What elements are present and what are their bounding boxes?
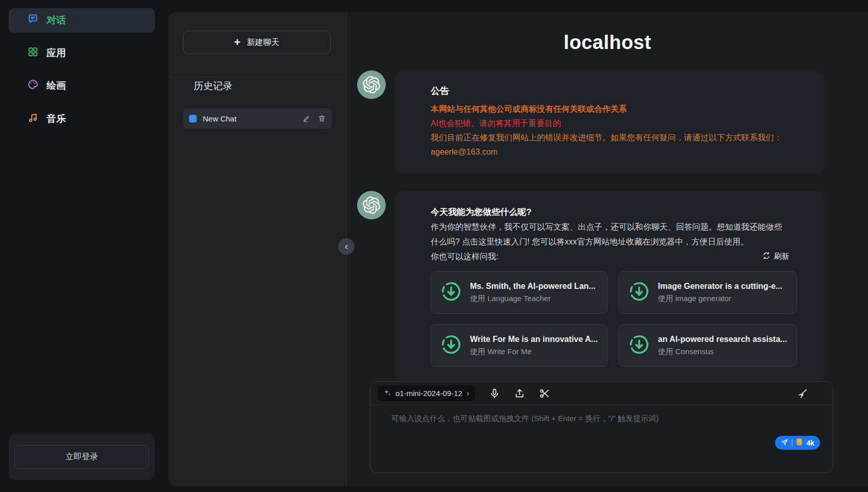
contact-email-link[interactable]: ageerle@163.com xyxy=(431,145,789,159)
announcement-bubble: 公告 本网站与任何其他公司或商标没有任何关联或合作关系 AI也会犯错。请勿将其用… xyxy=(395,70,825,174)
clip-screenshot-button[interactable] xyxy=(539,388,550,399)
arrow-down-circle-icon xyxy=(440,334,462,357)
send-plane-icon xyxy=(781,438,788,448)
chat-list-divider xyxy=(169,77,346,77)
history-title: 历史记录 xyxy=(194,80,232,93)
sidebar-item-label: 绘画 xyxy=(46,79,66,92)
assistant-avatar xyxy=(357,191,386,219)
message-announcement: 公告 本网站与任何其他公司或商标没有任何关联或合作关系 AI也会犯错。请勿将其用… xyxy=(357,70,825,174)
openai-logo-icon xyxy=(363,196,380,214)
edit-chat-icon[interactable] xyxy=(302,114,311,122)
suggestion-card[interactable]: Image Generator is a cutting-e... 使用 ima… xyxy=(619,271,797,314)
page-title: localhost xyxy=(347,32,868,54)
app-root: 对话 应用 绘画 xyxy=(0,0,868,492)
suggestion-subtitle: 使用 Consensus xyxy=(658,347,787,357)
suggestion-title: Ms. Smith, the AI-powered Lan... xyxy=(470,282,596,291)
new-chat-button-label: 新建聊天 xyxy=(247,37,279,48)
suggestion-title: Write For Me is an innovative A... xyxy=(470,335,598,344)
suggestion-subtitle: 使用 Language Teacher xyxy=(470,294,596,304)
refresh-label: 刷新 xyxy=(774,252,789,261)
plus-icon: + xyxy=(234,37,241,48)
send-pill-divider xyxy=(792,439,792,446)
collapse-sidebar-button[interactable]: ‹ xyxy=(338,238,355,255)
arrow-down-circle-icon xyxy=(440,281,462,304)
sidebar: 对话 应用 绘画 xyxy=(0,0,169,492)
ask-hint-row: 你也可以这样问我: 刷新 xyxy=(431,249,789,264)
coins-icon xyxy=(796,438,803,448)
sidebar-item-label: 对话 xyxy=(46,14,66,27)
model-selector[interactable]: o1-mini-2024-09-12 › xyxy=(378,385,475,401)
grid-icon xyxy=(27,46,39,60)
credits-label: 4k xyxy=(806,439,814,447)
main-chat-area: localhost 公告 本网站与任何其他公司或商标没有任何关联或合作关系 AI… xyxy=(347,12,868,486)
login-button[interactable]: 立即登录 xyxy=(14,445,149,469)
sidebar-item-chat[interactable]: 对话 xyxy=(9,8,155,33)
sidebar-item-label: 音乐 xyxy=(46,112,66,126)
chat-color-swatch-icon xyxy=(189,115,197,122)
scissors-icon xyxy=(539,388,550,399)
new-chat-button[interactable]: + 新建聊天 xyxy=(183,31,331,54)
arrow-down-circle-icon xyxy=(628,281,650,304)
model-label: o1-mini-2024-09-12 xyxy=(395,389,462,398)
announcement-line: 我们目前正在修复我们网站上的错误并改进细节。如果您有任何疑问，请通过以下方式联系… xyxy=(431,131,789,145)
suggestion-card[interactable]: an AI-powered research assista... 使用 Con… xyxy=(619,324,797,367)
message-input[interactable] xyxy=(370,405,833,473)
music-note-icon xyxy=(27,112,39,126)
chevron-left-icon: ‹ xyxy=(345,241,348,251)
suggestion-cards: Ms. Smith, the AI-powered Lan... 使用 Lang… xyxy=(431,271,789,367)
message-welcome: 今天我能为您做些什么呢? 作为你的智慧伙伴，我不仅可以写文案、出点子，还可以和你… xyxy=(357,191,825,381)
welcome-body: 作为你的智慧伙伴，我不仅可以写文案、出点子，还可以和你聊天、回答问题。想知道我还… xyxy=(431,219,789,249)
composer-input-region: 4k xyxy=(370,405,833,473)
palette-icon xyxy=(27,79,39,93)
welcome-heading: 今天我能为您做些什么呢? xyxy=(431,205,789,219)
microphone-button[interactable] xyxy=(489,388,500,399)
announcement-heading: 公告 xyxy=(431,85,789,97)
send-button[interactable]: 4k xyxy=(775,436,820,450)
refresh-icon xyxy=(762,252,770,261)
announcement-line: 本网站与任何其他公司或商标没有任何关联或合作关系 xyxy=(431,102,789,116)
delete-chat-icon[interactable] xyxy=(318,114,326,122)
chat-history-item[interactable]: New Chat xyxy=(183,108,332,129)
clear-context-button[interactable] xyxy=(797,388,808,399)
microphone-icon xyxy=(489,388,500,399)
suggestion-card[interactable]: Write For Me is an innovative A... 使用 Wr… xyxy=(431,324,607,367)
suggestion-subtitle: 使用 image generator xyxy=(658,294,783,304)
sidebar-item-music[interactable]: 音乐 xyxy=(9,107,155,131)
broom-icon xyxy=(797,388,808,399)
sparkles-icon xyxy=(383,388,391,398)
refresh-suggestions-button[interactable]: 刷新 xyxy=(762,252,789,261)
suggestion-card[interactable]: Ms. Smith, the AI-powered Lan... 使用 Lang… xyxy=(431,271,607,314)
upload-file-button[interactable] xyxy=(514,388,525,399)
ask-hint-text: 你也可以这样问我: xyxy=(431,249,498,264)
suggestion-title: Image Generator is a cutting-e... xyxy=(658,282,783,291)
sidebar-item-label: 应用 xyxy=(46,46,66,60)
suggestion-title: an AI-powered research assista... xyxy=(658,335,787,344)
suggestion-subtitle: 使用 Write For Me xyxy=(470,347,598,357)
welcome-bubble: 今天我能为您做些什么呢? 作为你的智慧伙伴，我不仅可以写文案、出点子，还可以和你… xyxy=(395,191,825,381)
composer: o1-mini-2024-09-12 › xyxy=(370,381,833,473)
content-panel: + 新建聊天 历史记录 New Chat xyxy=(169,12,868,486)
composer-toolbar: o1-mini-2024-09-12 › xyxy=(370,382,833,405)
upload-icon xyxy=(514,388,525,399)
assistant-avatar xyxy=(357,70,386,99)
login-card: 立即登录 xyxy=(9,434,155,480)
chat-bubble-icon xyxy=(27,13,39,28)
sidebar-item-drawing[interactable]: 绘画 xyxy=(9,73,155,98)
sidebar-item-apps[interactable]: 应用 xyxy=(9,41,155,65)
announcement-line: AI也会犯错。请勿将其用于重要目的 xyxy=(431,116,789,131)
chat-item-title: New Chat xyxy=(203,114,296,123)
chat-list-column: + 新建聊天 历史记录 New Chat xyxy=(169,12,346,486)
arrow-down-circle-icon xyxy=(628,334,650,357)
message-list: 公告 本网站与任何其他公司或商标没有任何关联或合作关系 AI也会犯错。请勿将其用… xyxy=(357,70,825,399)
openai-logo-icon xyxy=(363,76,380,93)
chevron-right-icon: › xyxy=(466,389,470,398)
